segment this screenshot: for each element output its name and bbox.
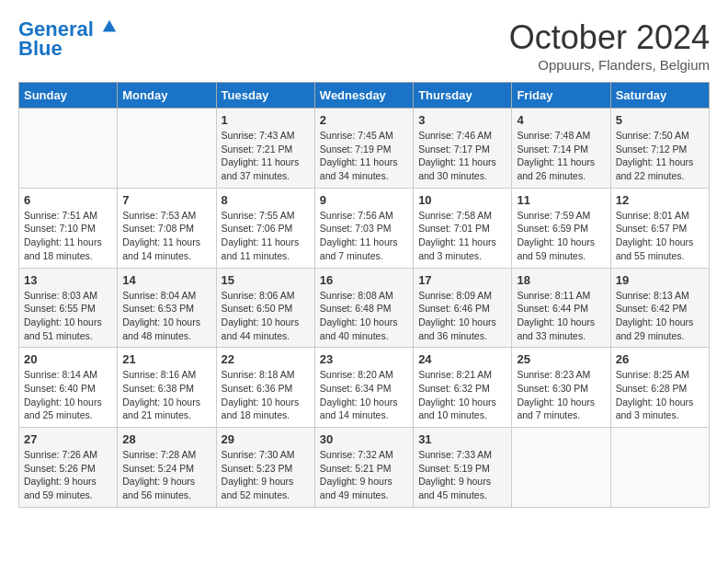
day-number: 1 bbox=[222, 113, 310, 127]
day-number: 8 bbox=[222, 193, 310, 207]
calendar-cell: 23Sunrise: 8:20 AM Sunset: 6:34 PM Dayli… bbox=[314, 348, 413, 428]
day-info: Sunrise: 7:58 AM Sunset: 7:01 PM Dayligh… bbox=[418, 209, 506, 263]
weekday-header-cell: Thursday bbox=[414, 83, 512, 109]
calendar-week-row: 20Sunrise: 8:14 AM Sunset: 6:40 PM Dayli… bbox=[19, 348, 710, 428]
calendar-table: SundayMondayTuesdayWednesdayThursdayFrid… bbox=[18, 82, 710, 508]
day-number: 10 bbox=[418, 193, 506, 207]
day-number: 5 bbox=[616, 113, 704, 127]
calendar-body: 1Sunrise: 7:43 AM Sunset: 7:21 PM Daylig… bbox=[19, 109, 710, 508]
calendar-cell: 18Sunrise: 8:11 AM Sunset: 6:44 PM Dayli… bbox=[512, 268, 610, 348]
calendar-week-row: 27Sunrise: 7:26 AM Sunset: 5:26 PM Dayli… bbox=[19, 428, 710, 508]
day-info: Sunrise: 7:55 AM Sunset: 7:06 PM Dayligh… bbox=[222, 209, 310, 263]
calendar-cell: 6Sunrise: 7:51 AM Sunset: 7:10 PM Daylig… bbox=[19, 188, 118, 268]
logo: General Blue bbox=[18, 18, 118, 61]
day-number: 6 bbox=[24, 193, 112, 207]
day-info: Sunrise: 8:04 AM Sunset: 6:53 PM Dayligh… bbox=[122, 289, 210, 343]
day-info: Sunrise: 8:14 AM Sunset: 6:40 PM Dayligh… bbox=[24, 368, 112, 422]
page-header: General Blue October 2024 Oppuurs, Fland… bbox=[18, 18, 710, 73]
calendar-cell: 17Sunrise: 8:09 AM Sunset: 6:46 PM Dayli… bbox=[414, 268, 512, 348]
calendar-cell: 4Sunrise: 7:48 AM Sunset: 7:14 PM Daylig… bbox=[512, 109, 610, 189]
day-number: 3 bbox=[418, 113, 506, 127]
day-number: 30 bbox=[320, 432, 408, 446]
day-number: 4 bbox=[517, 113, 605, 127]
month-title: October 2024 bbox=[509, 18, 710, 57]
calendar-cell: 7Sunrise: 7:53 AM Sunset: 7:08 PM Daylig… bbox=[118, 188, 216, 268]
day-number: 13 bbox=[24, 273, 112, 287]
weekday-header-cell: Sunday bbox=[19, 83, 118, 109]
day-info: Sunrise: 7:48 AM Sunset: 7:14 PM Dayligh… bbox=[517, 129, 605, 183]
day-number: 15 bbox=[222, 273, 310, 287]
weekday-header-cell: Monday bbox=[118, 83, 216, 109]
title-block: October 2024 Oppuurs, Flanders, Belgium bbox=[509, 18, 710, 73]
calendar-cell bbox=[19, 109, 118, 189]
day-number: 21 bbox=[122, 352, 210, 366]
day-info: Sunrise: 8:23 AM Sunset: 6:30 PM Dayligh… bbox=[517, 368, 605, 422]
day-number: 25 bbox=[517, 352, 605, 366]
day-number: 18 bbox=[517, 273, 605, 287]
day-info: Sunrise: 7:59 AM Sunset: 6:59 PM Dayligh… bbox=[517, 209, 605, 263]
calendar-cell: 20Sunrise: 8:14 AM Sunset: 6:40 PM Dayli… bbox=[19, 348, 118, 428]
day-number: 12 bbox=[616, 193, 704, 207]
calendar-cell: 14Sunrise: 8:04 AM Sunset: 6:53 PM Dayli… bbox=[118, 268, 216, 348]
day-number: 11 bbox=[517, 193, 605, 207]
day-info: Sunrise: 8:21 AM Sunset: 6:32 PM Dayligh… bbox=[418, 368, 506, 422]
day-info: Sunrise: 7:46 AM Sunset: 7:17 PM Dayligh… bbox=[418, 129, 506, 183]
day-info: Sunrise: 8:01 AM Sunset: 6:57 PM Dayligh… bbox=[616, 209, 704, 263]
calendar-cell: 22Sunrise: 8:18 AM Sunset: 6:36 PM Dayli… bbox=[216, 348, 314, 428]
day-number: 27 bbox=[24, 432, 112, 446]
calendar-cell: 1Sunrise: 7:43 AM Sunset: 7:21 PM Daylig… bbox=[216, 109, 314, 189]
calendar-cell: 3Sunrise: 7:46 AM Sunset: 7:17 PM Daylig… bbox=[414, 109, 512, 189]
day-number: 29 bbox=[222, 432, 310, 446]
day-info: Sunrise: 8:13 AM Sunset: 6:42 PM Dayligh… bbox=[616, 289, 704, 343]
day-info: Sunrise: 8:08 AM Sunset: 6:48 PM Dayligh… bbox=[320, 289, 408, 343]
day-info: Sunrise: 8:03 AM Sunset: 6:55 PM Dayligh… bbox=[24, 289, 112, 343]
day-number: 26 bbox=[616, 352, 704, 366]
day-info: Sunrise: 8:16 AM Sunset: 6:38 PM Dayligh… bbox=[122, 368, 210, 422]
day-info: Sunrise: 7:32 AM Sunset: 5:21 PM Dayligh… bbox=[320, 448, 408, 502]
day-info: Sunrise: 7:53 AM Sunset: 7:08 PM Dayligh… bbox=[122, 209, 210, 263]
day-info: Sunrise: 7:28 AM Sunset: 5:24 PM Dayligh… bbox=[122, 448, 210, 502]
calendar-cell: 28Sunrise: 7:28 AM Sunset: 5:24 PM Dayli… bbox=[118, 428, 216, 508]
calendar-cell: 10Sunrise: 7:58 AM Sunset: 7:01 PM Dayli… bbox=[414, 188, 512, 268]
calendar-cell bbox=[610, 428, 709, 508]
day-number: 17 bbox=[418, 273, 506, 287]
calendar-cell: 9Sunrise: 7:56 AM Sunset: 7:03 PM Daylig… bbox=[314, 188, 413, 268]
day-info: Sunrise: 7:26 AM Sunset: 5:26 PM Dayligh… bbox=[24, 448, 112, 502]
calendar-cell: 11Sunrise: 7:59 AM Sunset: 6:59 PM Dayli… bbox=[512, 188, 610, 268]
calendar-cell: 8Sunrise: 7:55 AM Sunset: 7:06 PM Daylig… bbox=[216, 188, 314, 268]
day-info: Sunrise: 7:30 AM Sunset: 5:23 PM Dayligh… bbox=[222, 448, 310, 502]
weekday-header-row: SundayMondayTuesdayWednesdayThursdayFrid… bbox=[19, 83, 710, 109]
calendar-cell bbox=[118, 109, 216, 189]
calendar-cell: 15Sunrise: 8:06 AM Sunset: 6:50 PM Dayli… bbox=[216, 268, 314, 348]
day-number: 2 bbox=[320, 113, 408, 127]
day-number: 22 bbox=[222, 352, 310, 366]
day-number: 31 bbox=[418, 432, 506, 446]
day-info: Sunrise: 8:25 AM Sunset: 6:28 PM Dayligh… bbox=[616, 368, 704, 422]
day-number: 9 bbox=[320, 193, 408, 207]
day-info: Sunrise: 8:20 AM Sunset: 6:34 PM Dayligh… bbox=[320, 368, 408, 422]
day-info: Sunrise: 7:33 AM Sunset: 5:19 PM Dayligh… bbox=[418, 448, 506, 502]
day-info: Sunrise: 7:50 AM Sunset: 7:12 PM Dayligh… bbox=[616, 129, 704, 183]
day-info: Sunrise: 8:09 AM Sunset: 6:46 PM Dayligh… bbox=[418, 289, 506, 343]
calendar-cell: 31Sunrise: 7:33 AM Sunset: 5:19 PM Dayli… bbox=[414, 428, 512, 508]
calendar-cell: 27Sunrise: 7:26 AM Sunset: 5:26 PM Dayli… bbox=[19, 428, 118, 508]
calendar-cell: 30Sunrise: 7:32 AM Sunset: 5:21 PM Dayli… bbox=[314, 428, 413, 508]
calendar-cell bbox=[512, 428, 610, 508]
day-number: 28 bbox=[122, 432, 210, 446]
svg-marker-0 bbox=[103, 20, 116, 32]
calendar-cell: 24Sunrise: 8:21 AM Sunset: 6:32 PM Dayli… bbox=[414, 348, 512, 428]
calendar-week-row: 13Sunrise: 8:03 AM Sunset: 6:55 PM Dayli… bbox=[19, 268, 710, 348]
calendar-week-row: 1Sunrise: 7:43 AM Sunset: 7:21 PM Daylig… bbox=[19, 109, 710, 189]
day-info: Sunrise: 8:11 AM Sunset: 6:44 PM Dayligh… bbox=[517, 289, 605, 343]
weekday-header-cell: Saturday bbox=[610, 83, 709, 109]
day-number: 23 bbox=[320, 352, 408, 366]
calendar-cell: 5Sunrise: 7:50 AM Sunset: 7:12 PM Daylig… bbox=[610, 109, 709, 189]
calendar-cell: 16Sunrise: 8:08 AM Sunset: 6:48 PM Dayli… bbox=[314, 268, 413, 348]
day-info: Sunrise: 7:51 AM Sunset: 7:10 PM Dayligh… bbox=[24, 209, 112, 263]
weekday-header-cell: Friday bbox=[512, 83, 610, 109]
day-number: 20 bbox=[24, 352, 112, 366]
day-info: Sunrise: 7:56 AM Sunset: 7:03 PM Dayligh… bbox=[320, 209, 408, 263]
day-info: Sunrise: 7:45 AM Sunset: 7:19 PM Dayligh… bbox=[320, 129, 408, 183]
day-number: 19 bbox=[616, 273, 704, 287]
day-number: 7 bbox=[122, 193, 210, 207]
